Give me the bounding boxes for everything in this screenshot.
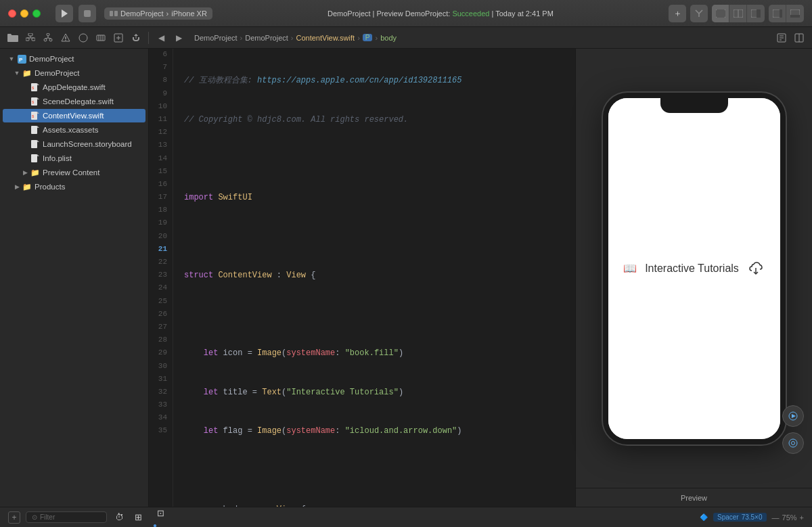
title-center: DemoProject | Preview DemoProject: Succe…	[218, 9, 663, 18]
titlebar: DemoProject › iPhone XR DemoProject | Pr…	[0, 0, 812, 27]
nav-forward-icon[interactable]: ▶	[171, 30, 186, 45]
project-icon: P	[17, 54, 26, 64]
history-icon[interactable]: ⏱	[112, 511, 126, 524]
stop-button[interactable]	[78, 5, 96, 22]
breadcrumb-symbol-p[interactable]: P	[363, 34, 373, 41]
breadcrumb-folder[interactable]: DemoProject	[245, 34, 288, 42]
sidebar-item-preview-content[interactable]: ▶ 📁 Preview Content	[3, 166, 145, 179]
split-view-button[interactable]	[729, 5, 747, 22]
svg-rect-5	[716, 9, 725, 18]
sidebar-item-launchscreen[interactable]: ▶ LaunchScreen.storyboard	[3, 137, 145, 151]
svg-rect-2	[110, 11, 113, 16]
spacer-badge: Spacer 73.5×0	[713, 513, 767, 522]
breadcrumb-symbol-body[interactable]: body	[380, 34, 397, 42]
warning-icon[interactable]	[58, 30, 73, 45]
git-icon[interactable]	[41, 30, 55, 45]
panel-buttons	[769, 5, 804, 22]
svg-marker-37	[134, 34, 138, 36]
inspectors-button[interactable]	[769, 5, 786, 22]
book-icon: 📖	[623, 262, 637, 275]
svg-rect-14	[28, 33, 32, 36]
statusbar-right: 🔷 Spacer 73.5×0 — 75% +	[700, 513, 804, 522]
sidebar-label: DemoProject	[35, 69, 79, 77]
breadcrumb-file[interactable]: ContentView.swift	[296, 34, 355, 42]
preview-actions	[782, 405, 804, 454]
zoom-plus[interactable]: +	[800, 513, 804, 522]
chevron-icon: ▶	[22, 169, 28, 176]
code-content[interactable]: // 互动教程合集: https://apps.apple.com/cn/app…	[173, 49, 575, 507]
minimize-button[interactable]	[20, 9, 28, 18]
related-files-icon[interactable]	[774, 30, 789, 45]
statusbar-left: + ⊙ Filter ⏱ ⊞	[8, 511, 145, 524]
folder-icon[interactable]	[5, 30, 20, 45]
svg-rect-9	[757, 9, 761, 18]
toolbar: ◀ ▶ DemoProject › DemoProject › ContentV…	[0, 27, 812, 49]
preview-play-button[interactable]	[782, 405, 804, 427]
sidebar-label: Assets.xcassets	[43, 126, 98, 134]
traffic-lights	[8, 9, 41, 18]
canvas-button[interactable]	[747, 5, 765, 22]
source-control-icon[interactable]	[690, 5, 708, 22]
svg-marker-0	[62, 9, 68, 18]
chevron-icon: ▼	[8, 55, 15, 62]
cloud-download-icon	[747, 260, 765, 277]
statusbar-mid: ⊡ ●	[153, 505, 692, 527]
status-text: DemoProject | Preview DemoProject: Succe…	[328, 9, 554, 18]
share-icon[interactable]	[129, 30, 143, 45]
sidebar-item-demoproject-folder[interactable]: ▼ 📁 DemoProject	[3, 66, 145, 80]
dot-indicator: ●	[153, 522, 157, 527]
phone-text: Interactive Tutorials	[645, 262, 739, 275]
phone-frame: 📖 Interactive Tutorials	[603, 93, 786, 444]
svg-point-21	[49, 39, 52, 41]
folder-icon: 📁	[30, 168, 40, 177]
filter-options-icon[interactable]: ⊞	[131, 511, 145, 524]
sidebar-item-infoplist[interactable]: ▶ Info.plist	[3, 152, 145, 165]
canvas-icon[interactable]: ⊡	[153, 505, 168, 520]
svg-rect-11	[780, 9, 782, 18]
titlebar-right: ＋	[669, 5, 804, 22]
nav-back-icon[interactable]: ◀	[154, 30, 168, 45]
storyboard-file-icon	[30, 139, 40, 149]
close-button[interactable]	[8, 9, 16, 18]
plist-file-icon	[30, 154, 40, 163]
phone-content: 📖 Interactive Tutorials	[608, 98, 780, 439]
zoom-dash[interactable]: —	[772, 513, 780, 522]
editor-only-button[interactable]	[712, 5, 729, 22]
fullscreen-button[interactable]	[32, 9, 41, 18]
preview-inspect-button[interactable]	[782, 432, 804, 454]
svg-marker-50	[37, 97, 39, 99]
memory-icon[interactable]	[93, 30, 108, 45]
svg-rect-17	[26, 38, 29, 41]
filter-input-wrapper: ⊙ Filter	[26, 511, 107, 523]
open-file-icon[interactable]	[111, 30, 126, 45]
run-button[interactable]	[55, 5, 73, 22]
zoom-control: — 75% +	[772, 513, 804, 522]
sidebar-item-scenedelegate[interactable]: ▶ S SceneDelegate.swift	[3, 95, 145, 108]
svg-rect-59	[31, 154, 37, 162]
breadcrumb-project[interactable]: DemoProject	[194, 34, 238, 42]
svg-marker-56	[37, 126, 39, 128]
spacer-icon: 🔷	[700, 513, 708, 521]
scheme-label: DemoProject	[120, 9, 164, 18]
scheme-selector[interactable]: DemoProject › iPhone XR	[104, 7, 212, 20]
debug-button[interactable]	[786, 5, 804, 22]
code-area[interactable]: 6 7 8 9 10 11 12 13 14 15 16 17 18 19 20…	[149, 49, 575, 507]
sidebar-item-products[interactable]: ▶ 📁 Products	[3, 180, 145, 193]
add-button[interactable]: ＋	[669, 5, 686, 22]
filter-placeholder[interactable]: Filter	[40, 513, 55, 521]
sidebar-label: AppDelegate.swift	[43, 83, 106, 91]
breakpoints-icon[interactable]	[76, 30, 91, 45]
svg-rect-1	[84, 10, 91, 17]
hierarchy-icon[interactable]	[23, 30, 38, 45]
sidebar-item-assets[interactable]: ▶ Assets.xcassets	[3, 123, 145, 137]
toolbar-right	[774, 30, 807, 45]
sidebar-item-demoproject-root[interactable]: ▼ P DemoProject	[3, 52, 145, 66]
sidebar-item-appdelegate[interactable]: ▶ S AppDelegate.swift	[3, 81, 145, 94]
chevron-icon: ▼	[14, 70, 20, 76]
split-editor-icon[interactable]	[792, 30, 807, 45]
svg-rect-57	[31, 140, 37, 148]
add-file-button[interactable]: +	[8, 511, 20, 524]
svg-point-19	[47, 33, 49, 36]
svg-point-64	[789, 439, 797, 447]
sidebar-item-contentview[interactable]: ▶ S ContentView.swift	[3, 109, 145, 122]
